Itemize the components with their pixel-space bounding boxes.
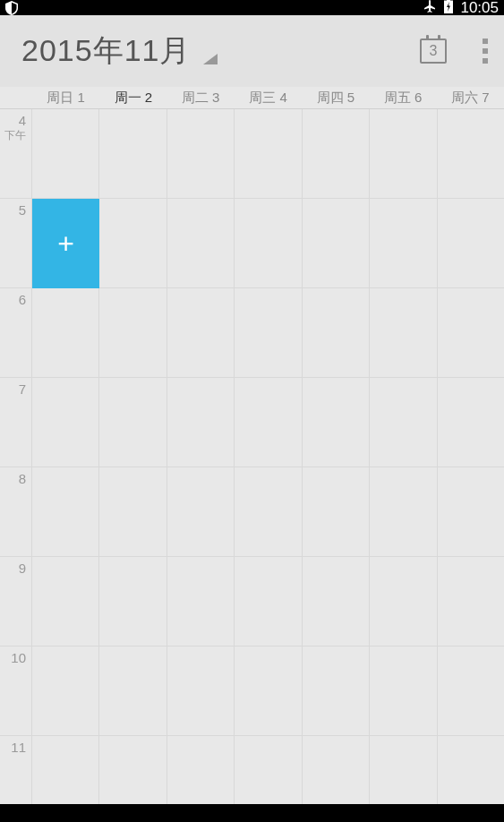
calendar-cell[interactable]	[438, 288, 504, 377]
day-header-3[interactable]: 周三 4	[235, 87, 302, 108]
calendar-cell[interactable]	[303, 288, 370, 377]
today-number: 3	[430, 43, 438, 59]
month-selector[interactable]: 2015年11月	[21, 30, 191, 72]
overflow-menu-button[interactable]	[483, 39, 488, 64]
calendar-cell[interactable]	[235, 557, 302, 646]
calendar-cell[interactable]	[303, 378, 370, 467]
hour-label: 11	[0, 736, 32, 804]
hour-row-7: 7	[0, 378, 504, 467]
hour-row-4: 4下午	[0, 109, 504, 199]
calendar-cell[interactable]	[303, 736, 370, 804]
calendar-cell[interactable]	[32, 378, 99, 467]
calendar-cell[interactable]	[370, 557, 437, 646]
airplane-icon	[423, 0, 437, 16]
day-header-row: 周日 1周一 2周二 3周三 4周四 5周五 6周六 7	[0, 87, 504, 109]
calendar-cell[interactable]	[370, 378, 437, 467]
calendar-cell[interactable]	[32, 109, 99, 198]
status-time: 10:05	[460, 0, 499, 17]
hour-row-11: 11	[0, 736, 504, 804]
calendar-cell[interactable]	[235, 199, 302, 287]
calendar-cell[interactable]	[438, 378, 504, 467]
calendar-cell[interactable]	[438, 199, 504, 287]
calendar-cell[interactable]	[438, 557, 504, 646]
calendar-cell[interactable]	[235, 467, 302, 556]
calendar-cell[interactable]	[99, 199, 167, 287]
calendar-cell[interactable]	[370, 109, 437, 198]
status-bar: 10:05	[0, 0, 504, 15]
calendar-cell[interactable]	[167, 467, 235, 556]
calendar-cell[interactable]	[99, 109, 167, 198]
calendar-cell[interactable]	[370, 288, 437, 377]
hour-label: 5	[0, 199, 32, 287]
battery-icon	[444, 0, 453, 16]
calendar-cell[interactable]	[32, 736, 99, 804]
day-header-5[interactable]: 周五 6	[369, 87, 436, 108]
calendar-cell[interactable]	[438, 736, 504, 804]
dropdown-icon[interactable]	[203, 52, 218, 68]
day-header-2[interactable]: 周二 3	[167, 87, 235, 108]
calendar-cell[interactable]	[370, 467, 437, 556]
calendar-cell[interactable]	[235, 288, 302, 377]
day-header-4[interactable]: 周四 5	[302, 87, 369, 108]
hour-label: 7	[0, 378, 32, 467]
hour-row-6: 6	[0, 288, 504, 378]
calendar-cell[interactable]	[235, 378, 302, 467]
calendar-cell[interactable]	[167, 199, 235, 287]
calendar-cell[interactable]	[303, 109, 370, 198]
calendar-cell[interactable]	[438, 646, 504, 735]
hour-label: 8	[0, 467, 32, 556]
day-header-6[interactable]: 周六 7	[437, 87, 504, 108]
calendar-grid[interactable]: 4下午567891011+	[0, 109, 504, 804]
calendar-cell[interactable]	[303, 557, 370, 646]
calendar-cell[interactable]	[303, 646, 370, 735]
calendar-header: 2015年11月 3	[0, 15, 504, 87]
hour-label: 9	[0, 557, 32, 646]
calendar-cell[interactable]	[303, 467, 370, 556]
calendar-cell[interactable]	[32, 288, 99, 377]
hour-row-10: 10	[0, 646, 504, 736]
hour-label: 4下午	[0, 109, 32, 198]
calendar-cell[interactable]	[32, 557, 99, 646]
calendar-cell[interactable]	[370, 646, 437, 735]
hour-label: 6	[0, 288, 32, 377]
new-event-slot[interactable]: +	[32, 199, 99, 288]
hour-label: 10	[0, 646, 32, 735]
calendar-cell[interactable]	[438, 109, 504, 198]
calendar-cell[interactable]	[235, 109, 302, 198]
calendar-cell[interactable]	[99, 288, 167, 377]
shield-icon	[5, 1, 18, 15]
calendar-cell[interactable]	[32, 646, 99, 735]
day-header-0[interactable]: 周日 1	[32, 87, 99, 108]
calendar-cell[interactable]	[370, 736, 437, 804]
calendar-cell[interactable]	[167, 288, 235, 377]
hour-row-9: 9	[0, 557, 504, 646]
calendar-cell[interactable]	[99, 646, 167, 735]
calendar-cell[interactable]	[167, 378, 235, 467]
calendar-cell[interactable]	[99, 736, 167, 804]
calendar-cell[interactable]	[303, 199, 370, 287]
calendar-cell[interactable]	[235, 646, 302, 735]
calendar-cell[interactable]	[370, 199, 437, 287]
today-button[interactable]: 3	[420, 39, 447, 64]
calendar-cell[interactable]	[167, 736, 235, 804]
calendar-cell[interactable]	[167, 646, 235, 735]
calendar-cell[interactable]	[438, 467, 504, 556]
calendar-cell[interactable]	[167, 109, 235, 198]
calendar-cell[interactable]	[32, 467, 99, 556]
nav-bar	[0, 804, 504, 822]
hour-row-8: 8	[0, 467, 504, 557]
calendar-cell[interactable]	[99, 557, 167, 646]
calendar-cell[interactable]	[99, 467, 167, 556]
calendar-cell[interactable]	[235, 736, 302, 804]
day-header-1[interactable]: 周一 2	[99, 87, 167, 108]
calendar-cell[interactable]	[99, 378, 167, 467]
calendar-cell[interactable]	[167, 557, 235, 646]
